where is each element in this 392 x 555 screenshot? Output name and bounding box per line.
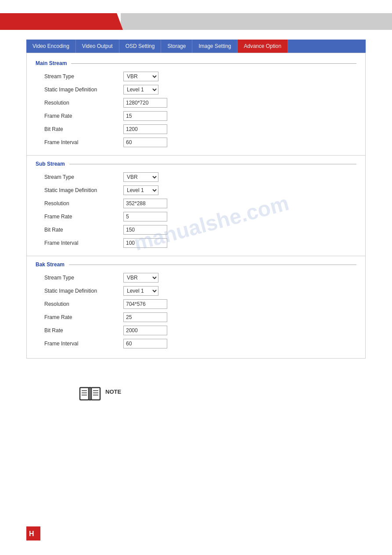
tab-osd-setting[interactable]: OSD Setting (119, 40, 162, 53)
main-static-def-row: Static Image Definition Level 1 Level 2 … (44, 83, 365, 96)
sub-static-def-select[interactable]: Level 1 Level 2 Level 3 (123, 185, 158, 195)
note-label: NOTE (105, 388, 121, 395)
bak-bitrate-input[interactable] (123, 326, 167, 335)
main-framerate-label: Frame Rate (44, 113, 123, 119)
sub-resolution-input[interactable] (123, 199, 167, 208)
nav-tabs: Video Encoding Video Output OSD Setting … (26, 40, 366, 53)
brand-logo-icon: H (26, 526, 40, 540)
sub-stream-type-label: Stream Type (44, 174, 123, 180)
svg-rect-0 (80, 388, 89, 400)
main-stream-section: Stream Type VBR CBR Static Image Definit… (27, 68, 365, 152)
bak-stream-type-label: Stream Type (44, 275, 123, 281)
bak-bitrate-label: Bit Rate (44, 327, 123, 334)
sub-bitrate-input[interactable] (123, 225, 167, 235)
bak-framerate-row: Frame Rate (44, 311, 365, 324)
sub-framerate-row: Frame Rate (44, 210, 365, 223)
main-static-def-label: Static Image Definition (44, 87, 123, 93)
note-book-icon (79, 385, 101, 405)
sub-resolution-label: Resolution (44, 200, 123, 207)
bak-stream-section: Stream Type VBR CBR Static Image Definit… (27, 269, 365, 354)
bak-static-def-row: Static Image Definition Level 1 Level 2 … (44, 284, 365, 297)
sub-frameinterval-input[interactable] (123, 238, 167, 248)
bak-resolution-row: Resolution (44, 297, 365, 311)
main-sub-divider (27, 155, 365, 156)
top-bar (0, 13, 392, 31)
tab-storage[interactable]: Storage (161, 40, 192, 53)
tab-video-encoding[interactable]: Video Encoding (26, 40, 76, 53)
sub-static-def-label: Static Image Definition (44, 187, 123, 193)
main-stream-header: Main Stream (27, 58, 365, 68)
main-stream-type-select[interactable]: VBR CBR (123, 72, 158, 81)
bak-resolution-input[interactable] (123, 299, 167, 309)
sub-bitrate-label: Bit Rate (44, 227, 123, 233)
main-resolution-label: Resolution (44, 100, 123, 106)
sub-static-def-row: Static Image Definition Level 1 Level 2 … (44, 184, 365, 197)
bak-stream-header: Bak Stream (27, 259, 365, 269)
main-bitrate-input[interactable] (123, 124, 167, 134)
note-section: NOTE (0, 385, 392, 405)
sub-stream-section: Stream Type VBR CBR Static Image Definit… (27, 169, 365, 253)
svg-rect-1 (91, 388, 100, 400)
bak-static-def-label: Static Image Definition (44, 288, 123, 294)
main-stream-type-row: Stream Type VBR CBR (44, 70, 365, 83)
sub-frameinterval-row: Frame Interval (44, 236, 365, 250)
bak-stream-type-row: Stream Type VBR CBR (44, 271, 365, 284)
main-stream-type-label: Stream Type (44, 73, 123, 80)
sub-framerate-input[interactable] (123, 212, 167, 221)
bak-stream-type-select[interactable]: VBR CBR (123, 273, 158, 283)
bottom-logo: H (26, 526, 40, 542)
sub-stream-header: Sub Stream (27, 158, 365, 169)
tab-image-setting[interactable]: Image Setting (192, 40, 237, 53)
svg-text:H: H (29, 530, 34, 537)
main-bitrate-row: Bit Rate (44, 123, 365, 136)
settings-panel: Main Stream Stream Type VBR CBR Static I… (26, 53, 366, 359)
main-resolution-row: Resolution (44, 96, 365, 109)
sub-bitrate-row: Bit Rate (44, 223, 365, 236)
bak-frameinterval-row: Frame Interval (44, 337, 365, 350)
main-frameinterval-row: Frame Interval (44, 136, 365, 149)
main-framerate-row: Frame Rate (44, 109, 365, 123)
main-content: Video Encoding Video Output OSD Setting … (26, 40, 366, 359)
main-frameinterval-label: Frame Interval (44, 139, 123, 145)
bak-bitrate-row: Bit Rate (44, 324, 365, 337)
sub-stream-type-select[interactable]: VBR CBR (123, 172, 158, 182)
main-resolution-input[interactable] (123, 98, 167, 108)
sub-resolution-row: Resolution (44, 197, 365, 210)
main-bitrate-label: Bit Rate (44, 126, 123, 132)
top-bar-red (0, 13, 123, 30)
bak-static-def-select[interactable]: Level 1 Level 2 Level 3 (123, 286, 158, 296)
main-framerate-input[interactable] (123, 111, 167, 121)
bak-frameinterval-input[interactable] (123, 339, 167, 348)
bak-frameinterval-label: Frame Interval (44, 341, 123, 347)
bak-framerate-input[interactable] (123, 312, 167, 322)
main-frameinterval-input[interactable] (123, 138, 167, 147)
sub-bak-divider (27, 256, 365, 256)
top-bar-gray (121, 13, 392, 30)
sub-framerate-label: Frame Rate (44, 214, 123, 220)
sub-stream-type-row: Stream Type VBR CBR (44, 170, 365, 184)
tab-video-output[interactable]: Video Output (76, 40, 119, 53)
bak-resolution-label: Resolution (44, 301, 123, 307)
main-static-def-select[interactable]: Level 1 Level 2 Level 3 (123, 85, 158, 94)
sub-frameinterval-label: Frame Interval (44, 240, 123, 246)
bak-framerate-label: Frame Rate (44, 314, 123, 320)
tab-advance-option[interactable]: Advance Option (237, 40, 288, 53)
